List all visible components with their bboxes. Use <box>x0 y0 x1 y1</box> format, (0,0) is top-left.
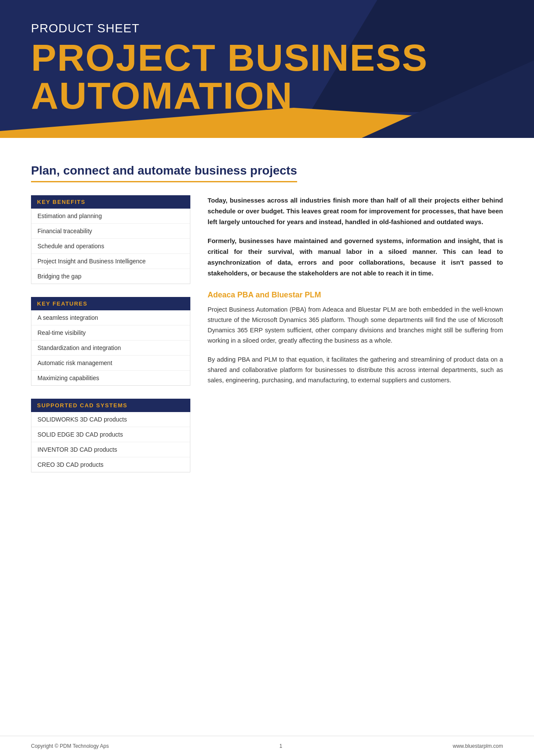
header-title-line2: AUTOMATION <box>31 77 503 115</box>
main-content: Plan, connect and automate business proj… <box>0 138 534 511</box>
plan-section-title: Plan, connect and automate business proj… <box>31 164 297 182</box>
list-item: Bridging the gap <box>31 269 190 284</box>
key-benefits-items: Estimation and planning Financial tracea… <box>31 209 190 284</box>
intro-paragraph-1: Today, businesses across all industries … <box>208 195 503 227</box>
list-item: CREO 3D CAD products <box>31 457 190 472</box>
header-subtitle: PRODUCT SHEET <box>31 22 503 35</box>
intro-paragraph-2: Formerly, businesses have maintained and… <box>208 236 503 278</box>
supported-cad-box: SUPPORTED CAD SYSTEMS SOLIDWORKS 3D CAD … <box>31 399 190 472</box>
list-item: A seamless integration <box>31 310 190 325</box>
list-item: Financial traceability <box>31 224 190 239</box>
list-item: Schedule and operations <box>31 239 190 254</box>
list-item: INVENTOR 3D CAD products <box>31 442 190 457</box>
list-item: Estimation and planning <box>31 209 190 224</box>
key-benefits-header: KEY BENEFITS <box>31 195 190 209</box>
header-title: PROJECT BUSINESS AUTOMATION <box>31 39 503 115</box>
list-item: SOLID EDGE 3D CAD products <box>31 427 190 442</box>
adeaca-paragraph-1: Project Business Automation (PBA) from A… <box>208 305 503 346</box>
key-benefits-box: KEY BENEFITS Estimation and planning Fin… <box>31 195 190 284</box>
list-item: Maximizing capabilities <box>31 371 190 385</box>
key-features-box: KEY FEATURES A seamless integration Real… <box>31 297 190 386</box>
page-header: PRODUCT SHEET PROJECT BUSINESS AUTOMATIO… <box>0 0 534 138</box>
footer-page-number: 1 <box>279 743 283 749</box>
list-item: Real-time visibility <box>31 325 190 341</box>
adeaca-paragraph-2: By adding PBA and PLM to that equation, … <box>208 355 503 386</box>
adeaca-section-title: Adeaca PBA and Bluestar PLM <box>208 291 503 300</box>
list-item: Automatic risk management <box>31 356 190 371</box>
right-column: Today, businesses across all industries … <box>208 195 503 485</box>
list-item: SOLIDWORKS 3D CAD products <box>31 412 190 427</box>
left-column: KEY BENEFITS Estimation and planning Fin… <box>31 195 190 485</box>
list-item: Project Insight and Business Intelligenc… <box>31 254 190 269</box>
supported-cad-header: SUPPORTED CAD SYSTEMS <box>31 399 190 412</box>
supported-cad-items: SOLIDWORKS 3D CAD products SOLID EDGE 3D… <box>31 412 190 472</box>
footer-website: www.bluestarplm.com <box>453 743 503 749</box>
two-column-layout: KEY BENEFITS Estimation and planning Fin… <box>31 195 503 485</box>
page-footer: Copyright © PDM Technology Aps 1 www.blu… <box>0 736 534 756</box>
list-item: Standardization and integration <box>31 341 190 356</box>
key-features-items: A seamless integration Real-time visibil… <box>31 310 190 386</box>
footer-copyright: Copyright © PDM Technology Aps <box>31 743 109 749</box>
header-title-line1: PROJECT BUSINESS <box>31 39 503 77</box>
key-features-header: KEY FEATURES <box>31 297 190 310</box>
